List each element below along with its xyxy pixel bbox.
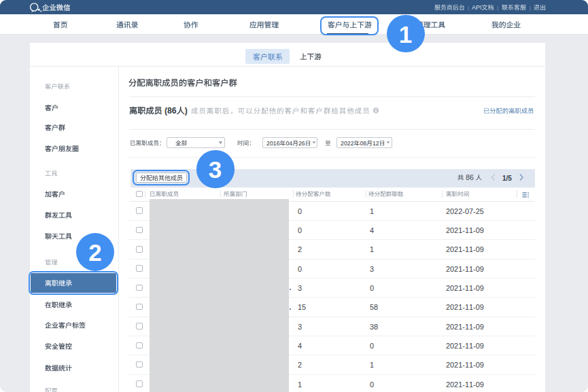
- svg-text:1/5: 1/5: [502, 174, 512, 181]
- svg-text:|: |: [468, 5, 469, 12]
- svg-text:15: 15: [298, 303, 306, 311]
- svg-text:2021-11-09: 2021-11-09: [446, 303, 484, 311]
- svg-text:2021-11-09: 2021-11-09: [446, 361, 484, 369]
- svg-text:20160426: 20160426: [266, 140, 305, 147]
- svg-text:58: 58: [370, 303, 378, 311]
- svg-text:4: 4: [298, 342, 302, 350]
- svg-text:1: 1: [370, 361, 374, 369]
- svg-text:0: 0: [298, 207, 302, 215]
- svg-text:38: 38: [370, 322, 378, 330]
- svg-text:4: 4: [370, 226, 374, 234]
- svg-text:3: 3: [209, 156, 222, 183]
- svg-text:1: 1: [370, 207, 374, 215]
- svg-text:0: 0: [298, 226, 302, 234]
- svg-text:2021-11-09: 2021-11-09: [446, 226, 484, 234]
- svg-text:0: 0: [370, 284, 374, 292]
- svg-text:86: 86: [466, 174, 474, 181]
- svg-text:API: API: [472, 5, 482, 12]
- svg-text:2021-11-09: 2021-11-09: [446, 342, 484, 350]
- svg-text:0: 0: [370, 380, 374, 388]
- svg-text:2021-11-09: 2021-11-09: [446, 284, 484, 292]
- svg-text:2021-11-09: 2021-11-09: [446, 322, 484, 330]
- svg-text:2021-11-09: 2021-11-09: [446, 245, 484, 253]
- svg-text:|: |: [497, 5, 498, 12]
- svg-text:2: 2: [89, 239, 102, 266]
- svg-text:3: 3: [370, 264, 374, 272]
- svg-text:1: 1: [370, 245, 374, 253]
- svg-text:1: 1: [298, 380, 302, 388]
- svg-text:20220812: 20220812: [341, 140, 379, 147]
- svg-text:0: 0: [298, 264, 302, 272]
- svg-text:2021-11-09: 2021-11-09: [446, 264, 484, 272]
- svg-text:0: 0: [370, 342, 374, 350]
- svg-text:3: 3: [298, 284, 302, 292]
- svg-text:2022-07-25: 2022-07-25: [446, 207, 484, 215]
- svg-text:3: 3: [298, 322, 302, 330]
- svg-text:2021-11-09: 2021-11-09: [446, 380, 484, 388]
- svg-text:2: 2: [298, 245, 302, 253]
- svg-text:|: |: [530, 5, 531, 12]
- svg-text:2: 2: [298, 361, 302, 369]
- svg-text:1: 1: [399, 20, 412, 47]
